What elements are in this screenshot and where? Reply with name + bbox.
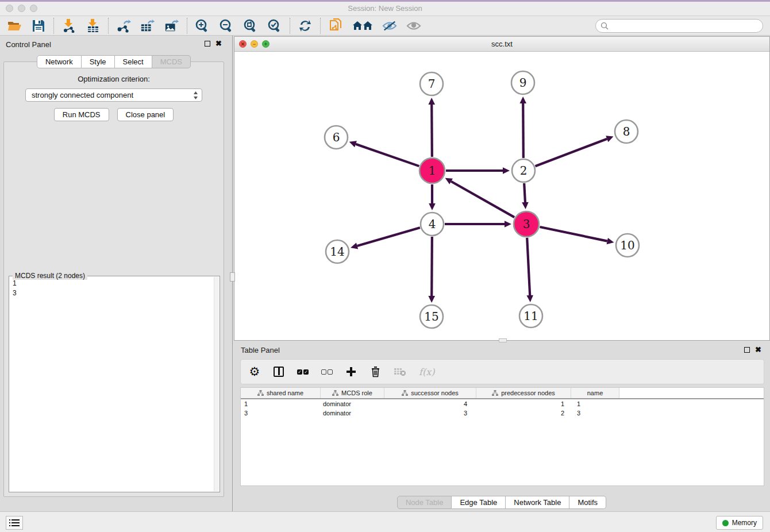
node-label-2: 2 [520,164,528,178]
selected-criterion: strongly connected component [32,91,193,99]
optimization-criterion-select[interactable]: strongly connected component [25,88,202,102]
deselect-all-rows-icon[interactable] [321,365,333,378]
export-image-icon[interactable] [164,18,179,33]
main-toolbar [0,16,770,36]
mcds-result-text: 1 3 [10,279,213,491]
main-area: Control Panel ✖ NetworkStyleSelectMCDS O… [0,36,770,511]
control-panel-header: Control Panel ✖ [0,39,228,52]
table-cell: dominator [321,410,384,417]
select-all-rows-icon[interactable]: ✓✓ [297,365,309,378]
edge-3-10[interactable] [540,227,607,241]
edge-4-14[interactable] [357,228,420,246]
status-bar: Memory [0,511,770,532]
right-area: ✕ − + scc.txt 7968124314101511 Table Pan… [232,36,770,511]
export-table-icon[interactable] [140,18,155,33]
table-cell: 3 [241,410,321,417]
float-table-panel-icon[interactable] [744,347,750,353]
table-panel: Table Panel ✖ ⚙ ✓✓ [233,342,770,511]
edge-1-6[interactable] [356,144,419,166]
column-header-predecessor-nodes[interactable]: predecessor nodes [476,388,571,398]
first-neighbors-icon[interactable] [352,18,373,33]
memory-status-icon [722,520,729,526]
arrowhead-3-11 [526,295,533,302]
zoom-out-icon[interactable] [219,18,234,33]
horizontal-splitter-handle[interactable] [499,338,507,342]
add-column-icon[interactable] [345,365,357,378]
table-panel-header: Table Panel ✖ [233,345,770,357]
node-table-header: shared nameMCDS rolesuccessor nodesprede… [241,388,764,399]
table-cell: 2 [476,410,571,417]
network-document-icon[interactable] [328,18,343,33]
tab-style[interactable]: Style [82,55,115,68]
import-network-icon[interactable] [61,18,76,33]
delete-table-icon[interactable] [394,365,406,378]
edge-1-7[interactable] [432,105,432,157]
table-row[interactable]: 1dominator411 [241,399,764,408]
search-box[interactable] [595,19,763,33]
network-canvas[interactable]: 7968124314101511 [234,52,769,340]
arrowhead-1-7 [428,98,435,105]
tab-edge-table[interactable]: Edge Table [452,496,506,509]
edge-3-1[interactable] [451,182,514,217]
tab-node-table[interactable]: Node Table [397,496,452,509]
column-chooser-icon[interactable] [273,365,284,378]
arrowhead-4-3 [505,221,511,228]
float-panel-icon[interactable] [205,41,210,47]
column-header-shared-name[interactable]: shared name [241,388,321,398]
node-label-14: 14 [330,245,344,259]
edge-2-9[interactable] [523,103,523,158]
tab-network-table[interactable]: Network Table [506,496,569,509]
zoom-selected-icon[interactable] [267,18,282,33]
hierarchy-icon [332,390,338,396]
import-table-icon[interactable] [86,18,101,33]
delete-column-icon[interactable] [369,365,381,378]
show-all-icon[interactable] [406,18,421,33]
tab-mcds[interactable]: MCDS [152,55,191,68]
search-input[interactable] [609,22,758,30]
export-network-icon[interactable] [116,18,131,33]
network-graph[interactable]: 7968124314101511 [234,52,769,340]
function-builder-icon[interactable]: f(x) [419,365,434,378]
column-header-MCDS-role[interactable]: MCDS role [321,388,384,398]
zoom-fit-icon[interactable] [243,18,258,33]
hierarchy-icon [402,390,408,396]
close-table-panel-icon[interactable]: ✖ [755,347,761,353]
arrowhead-2-9 [519,97,526,103]
zoom-in-icon[interactable] [195,18,210,33]
close-panel-button[interactable]: Close panel [117,108,174,121]
column-header-name[interactable]: name [571,388,619,398]
node-table-body: 1dominator4113dominator323 [241,399,764,418]
edge-3-11[interactable] [527,238,530,295]
tab-select[interactable]: Select [115,55,152,68]
run-mcds-button[interactable]: Run MCDS [54,108,109,121]
open-file-icon[interactable] [7,18,22,33]
tab-network[interactable]: Network [37,55,82,68]
close-panel-icon[interactable]: ✖ [215,41,222,47]
edge-4-15[interactable] [432,237,432,296]
node-label-6: 6 [333,130,340,144]
edge-2-8[interactable] [536,139,607,166]
table-cell: 1 [241,400,321,407]
memory-button[interactable]: Memory [716,516,763,530]
column-header-successor-nodes[interactable]: successor nodes [384,388,476,398]
table-panel-title: Table Panel [241,346,280,354]
node-label-8: 8 [623,125,630,138]
save-session-icon[interactable] [31,18,46,33]
result-scrollbar[interactable] [214,277,219,491]
mcds-panel: Optimization criterion: strongly connect… [3,61,224,497]
node-label-1: 1 [429,164,436,178]
select-stepper-icon [193,91,198,100]
tab-motifs[interactable]: Motifs [569,496,606,509]
task-history-button[interactable] [6,516,23,530]
hide-selected-icon[interactable] [382,18,397,33]
table-row[interactable]: 3dominator323 [241,408,764,418]
node-table[interactable]: shared nameMCDS rolesuccessor nodesprede… [240,387,764,486]
network-window: ✕ − + scc.txt 7968124314101511 [234,36,770,341]
panel-splitter-handle[interactable] [230,272,235,282]
table-settings-icon[interactable]: ⚙ [249,365,260,378]
edge-2-3[interactable] [524,183,525,202]
refresh-layout-icon[interactable] [298,18,313,33]
node-label-9: 9 [519,76,527,90]
table-cell: 1 [476,400,571,407]
table-cell: 3 [384,410,476,417]
